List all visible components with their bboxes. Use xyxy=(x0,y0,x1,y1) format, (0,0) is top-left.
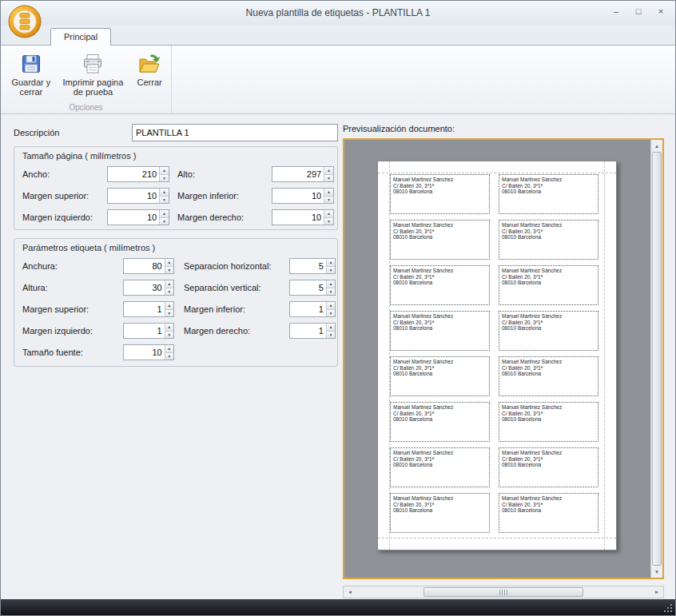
page-margen-superior-label: Margen superior: xyxy=(22,191,104,201)
label-margen-derecho-label: Margen derecho: xyxy=(184,326,286,336)
thumb-grip xyxy=(507,590,507,595)
tamano-fuente-input[interactable] xyxy=(124,345,165,360)
resize-grip[interactable] xyxy=(662,602,672,612)
spin-down-icon[interactable]: ▼ xyxy=(160,196,169,204)
app-menu-button[interactable] xyxy=(7,4,42,39)
label-margen-derecho-input[interactable] xyxy=(290,324,326,338)
preview-label: Manuel Martinez SánchezC/ Bailén 20, 3º1… xyxy=(390,220,490,260)
spin-down-icon[interactable]: ▼ xyxy=(160,174,169,182)
vertical-scroll-thumb[interactable] xyxy=(652,152,662,566)
anchura-input[interactable] xyxy=(124,259,165,273)
close-button-label: Cerrar xyxy=(137,77,162,87)
spin-down-icon[interactable]: ▼ xyxy=(165,288,173,296)
preview-label: Manuel Martinez SánchezC/ Bailén 20, 3º1… xyxy=(390,402,490,442)
spin-down-icon[interactable]: ▼ xyxy=(165,266,173,274)
horizontal-scroll-track[interactable] xyxy=(356,586,650,598)
spin-up-icon[interactable]: ▲ xyxy=(324,189,333,196)
description-input[interactable] xyxy=(132,124,338,141)
spin-down-icon[interactable]: ▼ xyxy=(324,174,333,182)
spin-up-icon[interactable]: ▲ xyxy=(165,302,173,309)
spin-up-icon[interactable]: ▲ xyxy=(327,280,335,288)
label-margen-izquierdo-spinner: ▲▼ xyxy=(123,323,174,339)
main-content: Descripción Tamaño página ( milímetros )… xyxy=(1,114,675,599)
close-form-button[interactable]: Cerrar xyxy=(129,49,169,90)
titlebar: Nueva plantilla de etiquetas - PLANTILLA… xyxy=(1,1,675,25)
spin-down-icon[interactable]: ▼ xyxy=(165,331,173,339)
label-margen-inferior-input[interactable] xyxy=(290,302,326,316)
close-folder-icon xyxy=(137,52,161,76)
close-button[interactable]: × xyxy=(653,5,669,17)
ancho-input[interactable] xyxy=(108,167,159,181)
maximize-button[interactable]: □ xyxy=(630,5,646,17)
spin-up-icon[interactable]: ▲ xyxy=(160,210,169,217)
spin-down-icon[interactable]: ▼ xyxy=(327,288,335,296)
spin-up-icon[interactable]: ▲ xyxy=(165,280,173,288)
spin-up-icon[interactable]: ▲ xyxy=(327,259,335,266)
scroll-down-icon[interactable]: ▼ xyxy=(651,566,662,578)
page-margen-izquierdo-input[interactable] xyxy=(108,210,159,225)
altura-label: Altura: xyxy=(22,283,120,292)
page-margen-inferior-spinner: ▲▼ xyxy=(272,188,334,204)
label-margen-superior-input[interactable] xyxy=(124,302,165,316)
horizontal-scroll-thumb[interactable] xyxy=(423,587,583,597)
spin-up-icon[interactable]: ▲ xyxy=(327,302,335,309)
spin-down-icon[interactable]: ▼ xyxy=(324,196,333,204)
spin-down-icon[interactable]: ▼ xyxy=(327,309,335,317)
tab-principal[interactable]: Principal xyxy=(50,28,111,46)
spin-up-icon[interactable]: ▲ xyxy=(160,167,169,174)
anchura-spinner: ▲▼ xyxy=(123,258,174,274)
alto-input[interactable] xyxy=(272,167,324,181)
horizontal-scrollbar[interactable]: ◄ ► xyxy=(343,586,664,598)
spin-down-icon[interactable]: ▼ xyxy=(327,331,335,339)
save-icon xyxy=(20,52,42,76)
save-and-close-button[interactable]: Guardar y cerrar xyxy=(6,49,57,100)
label-margen-izquierdo-label: Margen izquierdo: xyxy=(22,326,120,336)
ribbon: Guardar y cerrar Imprimir pagina de prue… xyxy=(1,46,675,114)
spin-down-icon[interactable]: ▼ xyxy=(324,217,333,225)
label-params-group: Parámetros etiqueta ( milímetros ) Anchu… xyxy=(14,238,338,367)
preview-label: Manuel Martinez SánchezC/ Bailén 20, 3º1… xyxy=(499,356,598,396)
spin-down-icon[interactable]: ▼ xyxy=(327,266,335,274)
spin-up-icon[interactable]: ▲ xyxy=(324,210,333,217)
page-margen-izquierdo-spinner: ▲▼ xyxy=(107,209,169,225)
save-button-label: Guardar y cerrar xyxy=(8,77,54,97)
preview-label: Manuel Martinez SánchezC/ Bailén 20, 3º1… xyxy=(390,265,490,305)
label-params-group-title: Parámetros etiqueta ( milímetros ) xyxy=(14,239,337,256)
spin-down-icon[interactable]: ▼ xyxy=(165,352,173,360)
page-margen-superior-spinner: ▲▼ xyxy=(107,188,169,204)
page-margen-superior-input[interactable] xyxy=(108,189,159,203)
altura-input[interactable] xyxy=(124,280,165,295)
label-margen-izquierdo-input[interactable] xyxy=(124,324,165,338)
preview-page: Manuel Martinez SánchezC/ Bailén 20, 3º1… xyxy=(377,161,617,550)
ribbon-group-label: Opciones xyxy=(1,103,171,112)
vertical-scrollbar[interactable]: ▲ ▼ xyxy=(650,140,662,578)
page-margen-derecho-input[interactable] xyxy=(272,210,324,225)
preview-label: Manuel Martinez SánchezC/ Bailén 20, 3º1… xyxy=(499,220,598,260)
labels-grid: Manuel Martinez SánchezC/ Bailén 20, 3º1… xyxy=(390,174,598,533)
labels-app-icon xyxy=(7,28,42,42)
margin-guide-bottom xyxy=(378,538,616,539)
minimize-button[interactable]: – xyxy=(608,5,624,17)
spin-up-icon[interactable]: ▲ xyxy=(165,345,173,352)
spin-up-icon[interactable]: ▲ xyxy=(324,167,333,174)
spin-up-icon[interactable]: ▲ xyxy=(165,259,173,266)
page-margen-inferior-input[interactable] xyxy=(272,189,324,203)
scroll-left-icon[interactable]: ◄ xyxy=(344,586,356,598)
spin-down-icon[interactable]: ▼ xyxy=(165,309,173,317)
spin-up-icon[interactable]: ▲ xyxy=(165,324,173,331)
preview-viewport: Manuel Martinez SánchezC/ Bailén 20, 3º1… xyxy=(344,140,650,578)
ancho-label: Ancho: xyxy=(22,169,104,179)
scroll-right-icon[interactable]: ► xyxy=(650,586,663,598)
spin-up-icon[interactable]: ▲ xyxy=(160,189,169,196)
tamano-fuente-spinner: ▲▼ xyxy=(123,344,174,360)
scroll-up-icon[interactable]: ▲ xyxy=(651,140,662,152)
print-test-page-button[interactable]: Imprimir pagina de prueba xyxy=(57,49,130,100)
spin-down-icon[interactable]: ▼ xyxy=(160,217,169,225)
ancho-spinner: ▲▼ xyxy=(107,166,169,182)
page-margen-derecho-spinner: ▲▼ xyxy=(272,209,334,225)
sep-horizontal-input[interactable] xyxy=(290,259,326,273)
page-margen-izquierdo-label: Margen izquierdo: xyxy=(22,213,104,222)
page-size-group: Tamaño página ( milímetros ) Ancho: ▲▼ A… xyxy=(14,146,338,230)
spin-up-icon[interactable]: ▲ xyxy=(327,324,335,331)
sep-vertical-input[interactable] xyxy=(290,280,326,295)
